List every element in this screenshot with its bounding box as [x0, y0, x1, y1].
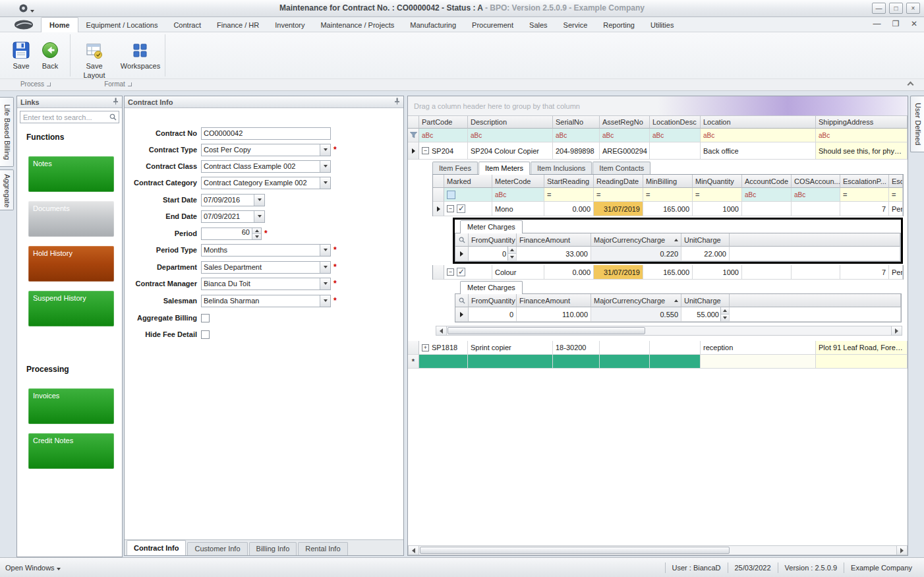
column-header-financeamount[interactable]: FinanceAmount	[517, 294, 591, 307]
filter-cell-location[interactable]: aBc	[701, 129, 816, 142]
cell-cosaccount[interactable]	[792, 202, 840, 216]
meters-filter-indicator[interactable]	[433, 188, 444, 202]
cell-cosaccount[interactable]	[792, 265, 840, 280]
filter-cell-escalationp[interactable]: =	[840, 188, 889, 202]
spinner-up-icon[interactable]	[721, 307, 729, 315]
detail-horizontal-scrollbar[interactable]	[436, 326, 902, 336]
column-header-assetregno[interactable]: AssetRegNo	[600, 116, 650, 129]
cell-partcode[interactable]: SP204	[419, 142, 468, 160]
cell-unitcharge-editor[interactable]: 55.000	[681, 307, 730, 322]
cell-description[interactable]: SP204 Colour Copier	[468, 142, 553, 160]
window-close-icon[interactable]: ✕	[911, 19, 917, 28]
tab-life-based-billing[interactable]: Life Based Billing	[0, 97, 14, 167]
invoices-button[interactable]: Invoices	[28, 388, 114, 424]
cell-minquantity[interactable]: 1000	[693, 265, 742, 280]
cell-escalationp[interactable]: 7	[840, 265, 889, 280]
filter-cell-startreading[interactable]: =	[544, 188, 594, 202]
cell-location[interactable]: Back office	[701, 142, 816, 160]
column-header-location[interactable]: Location	[701, 116, 816, 129]
chevron-down-icon[interactable]	[320, 278, 330, 289]
maximize-button[interactable]: □	[889, 3, 903, 14]
ribbon-tab-sales[interactable]: Sales	[521, 18, 556, 32]
cell-location[interactable]: reception	[701, 341, 816, 355]
cell-locationdesc[interactable]	[650, 341, 701, 355]
cell-location[interactable]	[701, 355, 816, 369]
cell-escalationp[interactable]: 7	[840, 202, 889, 216]
column-header-locationdesc[interactable]: LocationDesc	[650, 116, 701, 129]
column-header-description[interactable]: Description	[468, 116, 553, 129]
collapse-icon[interactable]	[422, 147, 429, 154]
cell-serialno[interactable]: 18-30200	[553, 341, 600, 355]
filter-cell-minquantity[interactable]: =	[693, 188, 742, 202]
filter-cell-minbilling[interactable]: =	[643, 188, 693, 202]
search-input[interactable]	[20, 111, 119, 123]
ribbon-tab-manufacturing[interactable]: Manufacturing	[402, 18, 464, 32]
filter-cell-serialno[interactable]: aBc	[553, 129, 600, 142]
column-header-shippingaddress[interactable]: ShippingAddress	[816, 116, 908, 129]
cell-shippingaddress[interactable]: Plot 91 Leaf Road, Forest H	[816, 341, 908, 355]
period-type-select[interactable]: Months	[201, 244, 331, 257]
chevron-down-icon[interactable]	[320, 144, 330, 156]
ribbon-collapse-icon[interactable]	[906, 80, 915, 88]
cell-accountcode[interactable]	[742, 202, 792, 216]
save-layout-button[interactable]: Save Layout	[75, 34, 113, 76]
hide-fee-detail-checkbox[interactable]	[201, 330, 210, 339]
close-button[interactable]: ×	[906, 3, 920, 14]
expand-icon[interactable]	[422, 344, 429, 351]
cell-assetregno[interactable]: AREG000294	[600, 142, 650, 160]
column-header-unitcharge[interactable]: UnitCharge	[681, 233, 730, 247]
spinner-up-icon[interactable]	[508, 247, 516, 254]
cell-serialno[interactable]	[553, 355, 600, 369]
cell-shippingaddress[interactable]: Should see this, for physical	[816, 142, 908, 160]
start-date-picker[interactable]: 07/09/2016	[201, 194, 265, 206]
suspend-history-button[interactable]: Suspend History	[28, 291, 114, 326]
tab-rental-info[interactable]: Rental Info	[298, 542, 347, 555]
group-launcher-icon[interactable]	[128, 82, 132, 86]
tab-customer-info[interactable]: Customer Info	[187, 542, 247, 555]
cell-spinner[interactable]	[720, 307, 729, 321]
column-header-marked[interactable]: Marked	[444, 175, 492, 188]
tab-user-defined[interactable]: User Defined	[910, 96, 924, 152]
filter-cell-metercode[interactable]: aBc	[492, 188, 544, 202]
column-header-majorcurrencycharge[interactable]: MajorCurrencyCharge	[591, 294, 681, 307]
ribbon-tab-procurement[interactable]: Procurement	[464, 18, 521, 32]
column-header-accountcode[interactable]: AccountCode	[742, 175, 792, 188]
column-header-serialno[interactable]: SerialNo	[553, 116, 600, 129]
credit-notes-button[interactable]: Credit Notes	[28, 433, 114, 469]
tab-contract-info[interactable]: Contract Info	[127, 540, 186, 555]
tab-meter-charges[interactable]: Meter Charges	[460, 281, 523, 294]
end-date-picker[interactable]: 07/09/2021	[201, 210, 265, 223]
column-header-readingdate[interactable]: ReadingDate	[594, 175, 643, 188]
documents-button[interactable]: Documents	[28, 201, 114, 237]
save-button[interactable]: Save	[8, 34, 34, 76]
scroll-right-icon[interactable]	[896, 546, 907, 555]
notes-button[interactable]: Notes	[28, 156, 114, 192]
cell-description[interactable]	[468, 355, 553, 369]
cell-assetregno[interactable]	[600, 341, 650, 355]
tab-aggregate[interactable]: Aggregate	[0, 169, 14, 210]
table-row-mono-charge[interactable]: 0 33.000 0.220 22.000	[455, 247, 900, 261]
cell-assetregno[interactable]	[600, 355, 650, 369]
table-row-colour-charge[interactable]: 0 110.000 0.550 55.000	[455, 307, 901, 322]
scroll-right-icon[interactable]	[891, 326, 902, 335]
ribbon-tab-contract[interactable]: Contract	[165, 18, 209, 32]
tab-item-contacts[interactable]: Item Contacts	[592, 162, 650, 174]
department-select[interactable]: Sales Department	[201, 261, 331, 274]
column-header-startreading[interactable]: StartReading	[544, 175, 594, 188]
column-header-fromquantity[interactable]: FromQuantity	[469, 233, 517, 247]
chevron-down-icon[interactable]	[320, 245, 330, 256]
filter-cell-readingdate[interactable]: =	[594, 188, 643, 202]
cell-unitcharge[interactable]: 22.000	[681, 247, 730, 261]
open-windows-button[interactable]: Open Windows	[5, 564, 61, 572]
chevron-down-icon[interactable]	[320, 161, 330, 172]
contract-class-select[interactable]: Contract Class Example 002	[201, 160, 331, 173]
cell-partcode[interactable]: SP1818	[419, 341, 468, 355]
cell-serialno[interactable]: 204-989898	[553, 142, 600, 160]
charges-header-indicator[interactable]	[455, 294, 469, 307]
cell-majorcurrencycharge[interactable]: 0.220	[591, 247, 681, 261]
column-header-minbilling[interactable]: MinBilling	[643, 175, 693, 188]
column-header-unitcharge[interactable]: UnitCharge	[681, 294, 730, 307]
contract-category-select[interactable]: Contract Category Example 002	[201, 177, 331, 189]
column-header-partcode[interactable]: PartCode	[419, 116, 468, 129]
chevron-down-icon[interactable]	[320, 177, 330, 189]
